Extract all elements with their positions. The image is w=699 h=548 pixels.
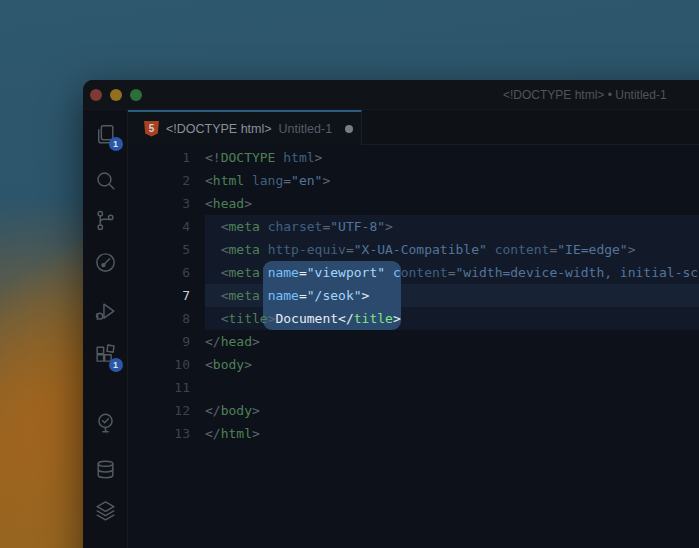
modified-dot-icon[interactable] xyxy=(345,125,353,133)
tree-check-icon[interactable] xyxy=(83,410,128,436)
activity-bar: 11 xyxy=(83,110,128,548)
code-line[interactable]: 5 <meta http-equiv="X-UA-Compatible" con… xyxy=(128,238,699,261)
line-number: 10 xyxy=(128,353,190,376)
code-text: </body> xyxy=(190,399,260,422)
line-number: 11 xyxy=(128,376,190,399)
line-number: 13 xyxy=(128,422,190,445)
line-number: 1 xyxy=(128,146,190,169)
maximize-button[interactable] xyxy=(130,89,142,101)
code-editor[interactable]: 1<!DOCTYPE html>2<html lang="en">3<head>… xyxy=(128,145,699,548)
search-icon[interactable] xyxy=(83,167,128,193)
close-button[interactable] xyxy=(90,89,102,101)
code-text: <meta name="/seok"> xyxy=(190,284,369,307)
line-number: 2 xyxy=(128,169,190,192)
code-content: 1<!DOCTYPE html>2<html lang="en">3<head>… xyxy=(128,145,699,445)
code-text: <body> xyxy=(190,353,252,376)
code-line[interactable]: 11 xyxy=(128,376,699,399)
traffic-lights xyxy=(83,89,142,101)
code-text: </html> xyxy=(190,422,260,445)
code-text: <meta charset="UTF-8"> xyxy=(190,215,393,238)
extensions-icon[interactable]: 1 xyxy=(83,342,128,368)
code-line[interactable]: 6 <meta name="viewport" content="width=d… xyxy=(128,261,699,284)
code-line[interactable]: 10<body> xyxy=(128,353,699,376)
code-text: <meta http-equiv="X-UA-Compatible" conte… xyxy=(190,238,636,261)
html5-icon: 5 xyxy=(144,121,159,137)
code-text: <!DOCTYPE html> xyxy=(190,146,322,169)
vscode-window: <!DOCTYPE html> • Untitled-1 11 5 <!DOCT… xyxy=(83,80,699,548)
tab-bar: 5 <!DOCTYPE html> Untitled-1 xyxy=(128,110,699,145)
badge-count: 1 xyxy=(109,358,123,372)
database-icon[interactable] xyxy=(83,457,128,483)
code-text: <html lang="en"> xyxy=(190,169,330,192)
titlebar[interactable]: <!DOCTYPE html> • Untitled-1 xyxy=(83,80,699,110)
gitlens-icon[interactable] xyxy=(83,249,128,275)
badge-count: 1 xyxy=(109,137,123,151)
line-number: 9 xyxy=(128,330,190,353)
code-text xyxy=(190,376,205,399)
line-number: 3 xyxy=(128,192,190,215)
line-number: 6 xyxy=(128,261,190,284)
line-number: 4 xyxy=(128,215,190,238)
code-text: <meta name="viewport" content="width=dev… xyxy=(190,261,699,284)
code-line[interactable]: 4 <meta charset="UTF-8"> xyxy=(128,215,699,238)
tab-title: <!DOCTYPE html> xyxy=(166,122,272,136)
tab-untitled-1[interactable]: 5 <!DOCTYPE html> Untitled-1 xyxy=(128,110,362,145)
code-line[interactable]: 13</html> xyxy=(128,422,699,445)
window-title: <!DOCTYPE html> • Untitled-1 xyxy=(503,80,667,110)
code-line[interactable]: 7 <meta name="/seok"> xyxy=(128,284,699,307)
code-text: <title>Document</title> xyxy=(190,307,401,330)
code-line[interactable]: 1<!DOCTYPE html> xyxy=(128,146,699,169)
files-icon[interactable]: 1 xyxy=(83,121,128,147)
code-line[interactable]: 2<html lang="en"> xyxy=(128,169,699,192)
tab-description: Untitled-1 xyxy=(279,122,333,136)
layers-icon[interactable] xyxy=(83,497,128,523)
line-number: 7 xyxy=(128,284,190,307)
code-line[interactable]: 9</head> xyxy=(128,330,699,353)
run-debug-icon[interactable] xyxy=(83,298,128,324)
line-number: 8 xyxy=(128,307,190,330)
code-text: </head> xyxy=(190,330,260,353)
minimize-button[interactable] xyxy=(110,89,122,101)
code-line[interactable]: 8 <title>Document</title> xyxy=(128,307,699,330)
source-control-icon[interactable] xyxy=(83,207,128,233)
line-number: 5 xyxy=(128,238,190,261)
code-line[interactable]: 3<head> xyxy=(128,192,699,215)
code-line[interactable]: 12</body> xyxy=(128,399,699,422)
code-text: <head> xyxy=(190,192,252,215)
line-number: 12 xyxy=(128,399,190,422)
